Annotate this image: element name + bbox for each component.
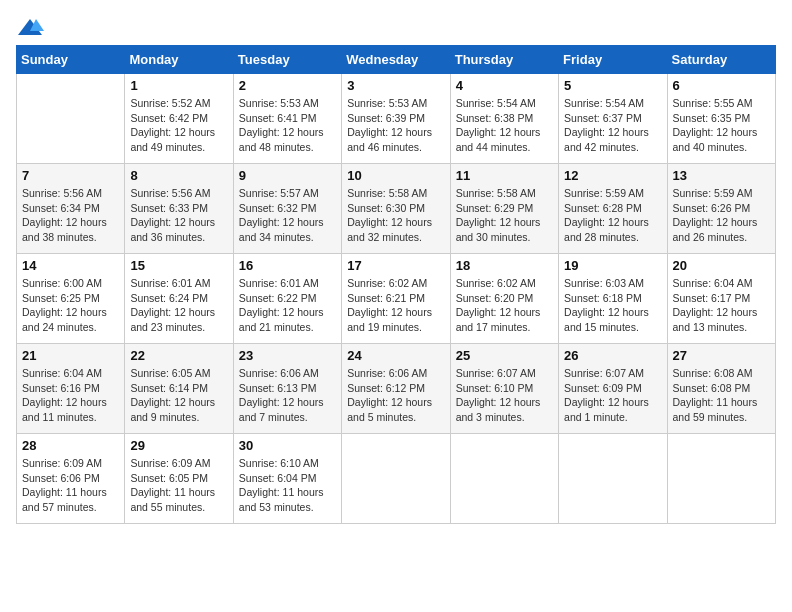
calendar-cell	[559, 434, 667, 524]
header-day-monday: Monday	[125, 46, 233, 74]
calendar-cell	[17, 74, 125, 164]
day-number: 29	[130, 438, 227, 453]
day-info: Sunrise: 5:56 AM Sunset: 6:34 PM Dayligh…	[22, 186, 119, 245]
day-info: Sunrise: 6:01 AM Sunset: 6:22 PM Dayligh…	[239, 276, 336, 335]
week-row-3: 14Sunrise: 6:00 AM Sunset: 6:25 PM Dayli…	[17, 254, 776, 344]
calendar-cell: 15Sunrise: 6:01 AM Sunset: 6:24 PM Dayli…	[125, 254, 233, 344]
day-info: Sunrise: 6:09 AM Sunset: 6:05 PM Dayligh…	[130, 456, 227, 515]
header-day-tuesday: Tuesday	[233, 46, 341, 74]
calendar-cell: 12Sunrise: 5:59 AM Sunset: 6:28 PM Dayli…	[559, 164, 667, 254]
calendar-cell: 28Sunrise: 6:09 AM Sunset: 6:06 PM Dayli…	[17, 434, 125, 524]
calendar-cell: 21Sunrise: 6:04 AM Sunset: 6:16 PM Dayli…	[17, 344, 125, 434]
day-number: 20	[673, 258, 770, 273]
day-info: Sunrise: 6:02 AM Sunset: 6:20 PM Dayligh…	[456, 276, 553, 335]
day-number: 21	[22, 348, 119, 363]
calendar-table: SundayMondayTuesdayWednesdayThursdayFrid…	[16, 45, 776, 524]
day-number: 7	[22, 168, 119, 183]
calendar-cell: 29Sunrise: 6:09 AM Sunset: 6:05 PM Dayli…	[125, 434, 233, 524]
day-number: 27	[673, 348, 770, 363]
day-info: Sunrise: 6:00 AM Sunset: 6:25 PM Dayligh…	[22, 276, 119, 335]
calendar-cell: 10Sunrise: 5:58 AM Sunset: 6:30 PM Dayli…	[342, 164, 450, 254]
calendar-cell	[342, 434, 450, 524]
header-day-wednesday: Wednesday	[342, 46, 450, 74]
day-info: Sunrise: 6:10 AM Sunset: 6:04 PM Dayligh…	[239, 456, 336, 515]
day-info: Sunrise: 5:56 AM Sunset: 6:33 PM Dayligh…	[130, 186, 227, 245]
day-number: 2	[239, 78, 336, 93]
day-number: 17	[347, 258, 444, 273]
calendar-cell: 4Sunrise: 5:54 AM Sunset: 6:38 PM Daylig…	[450, 74, 558, 164]
calendar-cell: 13Sunrise: 5:59 AM Sunset: 6:26 PM Dayli…	[667, 164, 775, 254]
header-day-friday: Friday	[559, 46, 667, 74]
calendar-cell: 18Sunrise: 6:02 AM Sunset: 6:20 PM Dayli…	[450, 254, 558, 344]
calendar-cell: 7Sunrise: 5:56 AM Sunset: 6:34 PM Daylig…	[17, 164, 125, 254]
day-info: Sunrise: 6:02 AM Sunset: 6:21 PM Dayligh…	[347, 276, 444, 335]
calendar-cell: 24Sunrise: 6:06 AM Sunset: 6:12 PM Dayli…	[342, 344, 450, 434]
day-info: Sunrise: 6:06 AM Sunset: 6:13 PM Dayligh…	[239, 366, 336, 425]
logo-icon	[16, 17, 44, 37]
header-row: SundayMondayTuesdayWednesdayThursdayFrid…	[17, 46, 776, 74]
day-info: Sunrise: 6:03 AM Sunset: 6:18 PM Dayligh…	[564, 276, 661, 335]
calendar-cell: 19Sunrise: 6:03 AM Sunset: 6:18 PM Dayli…	[559, 254, 667, 344]
day-info: Sunrise: 5:57 AM Sunset: 6:32 PM Dayligh…	[239, 186, 336, 245]
day-number: 11	[456, 168, 553, 183]
week-row-2: 7Sunrise: 5:56 AM Sunset: 6:34 PM Daylig…	[17, 164, 776, 254]
calendar-cell: 3Sunrise: 5:53 AM Sunset: 6:39 PM Daylig…	[342, 74, 450, 164]
header	[16, 16, 776, 37]
calendar-cell: 14Sunrise: 6:00 AM Sunset: 6:25 PM Dayli…	[17, 254, 125, 344]
week-row-5: 28Sunrise: 6:09 AM Sunset: 6:06 PM Dayli…	[17, 434, 776, 524]
header-day-thursday: Thursday	[450, 46, 558, 74]
day-number: 14	[22, 258, 119, 273]
day-info: Sunrise: 5:55 AM Sunset: 6:35 PM Dayligh…	[673, 96, 770, 155]
calendar-cell	[667, 434, 775, 524]
day-info: Sunrise: 5:53 AM Sunset: 6:39 PM Dayligh…	[347, 96, 444, 155]
calendar-cell: 22Sunrise: 6:05 AM Sunset: 6:14 PM Dayli…	[125, 344, 233, 434]
day-info: Sunrise: 5:54 AM Sunset: 6:37 PM Dayligh…	[564, 96, 661, 155]
day-info: Sunrise: 6:07 AM Sunset: 6:10 PM Dayligh…	[456, 366, 553, 425]
calendar-cell: 17Sunrise: 6:02 AM Sunset: 6:21 PM Dayli…	[342, 254, 450, 344]
header-day-saturday: Saturday	[667, 46, 775, 74]
day-info: Sunrise: 5:52 AM Sunset: 6:42 PM Dayligh…	[130, 96, 227, 155]
calendar-cell: 27Sunrise: 6:08 AM Sunset: 6:08 PM Dayli…	[667, 344, 775, 434]
day-number: 12	[564, 168, 661, 183]
day-number: 28	[22, 438, 119, 453]
day-number: 1	[130, 78, 227, 93]
day-info: Sunrise: 6:04 AM Sunset: 6:17 PM Dayligh…	[673, 276, 770, 335]
day-info: Sunrise: 6:01 AM Sunset: 6:24 PM Dayligh…	[130, 276, 227, 335]
day-info: Sunrise: 6:06 AM Sunset: 6:12 PM Dayligh…	[347, 366, 444, 425]
calendar-cell: 1Sunrise: 5:52 AM Sunset: 6:42 PM Daylig…	[125, 74, 233, 164]
calendar-cell: 9Sunrise: 5:57 AM Sunset: 6:32 PM Daylig…	[233, 164, 341, 254]
day-number: 26	[564, 348, 661, 363]
calendar-cell: 30Sunrise: 6:10 AM Sunset: 6:04 PM Dayli…	[233, 434, 341, 524]
day-number: 19	[564, 258, 661, 273]
day-info: Sunrise: 5:58 AM Sunset: 6:29 PM Dayligh…	[456, 186, 553, 245]
day-number: 3	[347, 78, 444, 93]
calendar-cell: 25Sunrise: 6:07 AM Sunset: 6:10 PM Dayli…	[450, 344, 558, 434]
day-number: 23	[239, 348, 336, 363]
logo	[16, 16, 48, 37]
day-info: Sunrise: 6:07 AM Sunset: 6:09 PM Dayligh…	[564, 366, 661, 425]
calendar-cell: 2Sunrise: 5:53 AM Sunset: 6:41 PM Daylig…	[233, 74, 341, 164]
header-day-sunday: Sunday	[17, 46, 125, 74]
day-number: 16	[239, 258, 336, 273]
day-number: 10	[347, 168, 444, 183]
day-number: 9	[239, 168, 336, 183]
calendar-cell: 26Sunrise: 6:07 AM Sunset: 6:09 PM Dayli…	[559, 344, 667, 434]
week-row-4: 21Sunrise: 6:04 AM Sunset: 6:16 PM Dayli…	[17, 344, 776, 434]
day-info: Sunrise: 6:08 AM Sunset: 6:08 PM Dayligh…	[673, 366, 770, 425]
day-info: Sunrise: 5:58 AM Sunset: 6:30 PM Dayligh…	[347, 186, 444, 245]
day-number: 15	[130, 258, 227, 273]
week-row-1: 1Sunrise: 5:52 AM Sunset: 6:42 PM Daylig…	[17, 74, 776, 164]
calendar-cell: 11Sunrise: 5:58 AM Sunset: 6:29 PM Dayli…	[450, 164, 558, 254]
day-info: Sunrise: 5:54 AM Sunset: 6:38 PM Dayligh…	[456, 96, 553, 155]
day-number: 13	[673, 168, 770, 183]
day-number: 8	[130, 168, 227, 183]
calendar-cell: 5Sunrise: 5:54 AM Sunset: 6:37 PM Daylig…	[559, 74, 667, 164]
day-number: 22	[130, 348, 227, 363]
day-number: 30	[239, 438, 336, 453]
day-info: Sunrise: 6:05 AM Sunset: 6:14 PM Dayligh…	[130, 366, 227, 425]
calendar-cell	[450, 434, 558, 524]
day-number: 6	[673, 78, 770, 93]
calendar-cell: 6Sunrise: 5:55 AM Sunset: 6:35 PM Daylig…	[667, 74, 775, 164]
day-info: Sunrise: 5:53 AM Sunset: 6:41 PM Dayligh…	[239, 96, 336, 155]
day-number: 5	[564, 78, 661, 93]
